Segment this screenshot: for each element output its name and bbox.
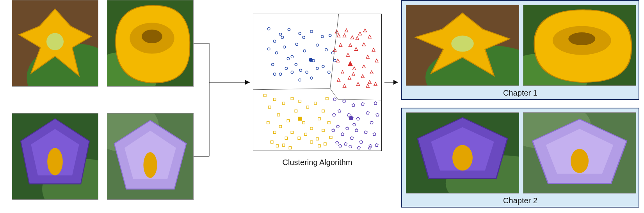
chapter1-label: Chapter 1 [402,89,639,98]
svg-marker-93 [337,34,340,37]
svg-marker-90 [356,37,359,40]
svg-rect-125 [271,141,273,143]
svg-marker-159 [332,129,335,131]
svg-rect-112 [322,110,324,112]
svg-rect-118 [291,131,293,133]
chapter2-image-right [523,112,636,193]
svg-point-32 [283,46,285,48]
svg-rect-113 [326,98,328,100]
svg-marker-136 [347,113,350,116]
svg-point-17 [143,152,157,178]
svg-marker-70 [354,47,358,50]
svg-marker-84 [370,71,373,74]
svg-point-47 [329,34,331,37]
svg-marker-158 [375,144,378,146]
svg-rect-108 [306,106,309,108]
svg-rect-99 [269,106,271,108]
svg-marker-71 [358,32,361,35]
svg-marker-69 [350,36,354,39]
svg-marker-145 [346,127,349,130]
svg-point-58 [322,65,324,67]
svg-rect-127 [282,144,285,146]
svg-marker-137 [352,104,355,106]
svg-point-41 [275,51,278,54]
svg-rect-114 [267,121,269,124]
svg-marker-156 [357,146,360,149]
svg-marker-86 [343,84,346,87]
svg-marker-85 [374,82,377,85]
svg-point-38 [295,63,297,66]
svg-marker-151 [373,133,376,135]
svg-marker-133 [333,98,336,101]
svg-rect-102 [282,102,285,104]
svg-marker-68 [346,53,349,56]
svg-point-181 [571,149,589,173]
svg-point-57 [310,77,313,79]
svg-point-51 [306,71,308,73]
svg-point-176 [452,145,473,170]
svg-rect-104 [291,98,293,100]
svg-rect-117 [285,137,287,139]
svg-rect-131 [330,136,332,138]
svg-point-55 [279,73,281,75]
svg-rect-100 [273,98,276,101]
svg-marker-148 [359,140,363,143]
chapter1-image-left [406,5,519,86]
input-image-top-right [107,0,194,87]
svg-rect-101 [277,114,279,116]
svg-point-61 [272,63,274,66]
svg-marker-95 [352,73,355,76]
svg-point-40 [281,36,283,39]
svg-marker-96 [362,65,365,68]
svg-marker-139 [361,103,364,105]
svg-marker-83 [366,84,369,87]
svg-marker-88 [333,48,336,51]
svg-point-45 [321,36,324,38]
svg-marker-144 [341,133,344,135]
svg-point-62 [268,48,270,50]
svg-point-43 [310,30,313,33]
svg-point-3 [46,33,64,50]
svg-point-37 [303,50,306,52]
svg-marker-67 [343,34,346,37]
svg-point-33 [288,28,290,31]
svg-point-34 [291,55,293,58]
svg-point-44 [316,44,318,46]
svg-rect-121 [310,141,313,143]
svg-marker-77 [336,59,340,62]
svg-marker-78 [341,71,344,74]
svg-marker-135 [343,100,346,103]
svg-rect-128 [289,147,291,149]
svg-marker-80 [352,67,356,70]
svg-point-60 [334,59,336,62]
svg-marker-97 [348,61,353,66]
svg-marker-147 [355,129,358,131]
svg-marker-140 [366,111,369,114]
svg-point-54 [285,67,287,69]
svg-rect-105 [295,110,297,112]
svg-marker-75 [372,48,375,51]
svg-marker-149 [364,131,367,133]
svg-line-25 [253,89,330,90]
svg-marker-74 [368,35,371,38]
svg-marker-153 [333,113,336,116]
svg-point-167 [451,36,474,51]
svg-rect-116 [279,125,281,128]
svg-point-42 [302,36,305,39]
svg-rect-123 [322,129,324,131]
svg-point-56 [299,79,301,81]
svg-marker-94 [345,29,348,32]
chapter-2-panel: Chapter 2 [401,108,639,208]
svg-rect-132 [298,117,302,121]
svg-rect-111 [318,117,320,120]
svg-point-52 [299,69,302,71]
svg-point-63 [273,73,276,75]
svg-marker-89 [349,43,352,46]
svg-marker-76 [375,59,378,62]
svg-point-31 [279,33,281,36]
svg-marker-82 [361,75,364,78]
svg-rect-120 [304,133,307,135]
chapter2-label: Chapter 2 [402,196,639,205]
svg-marker-146 [350,137,354,139]
svg-point-35 [295,43,298,45]
